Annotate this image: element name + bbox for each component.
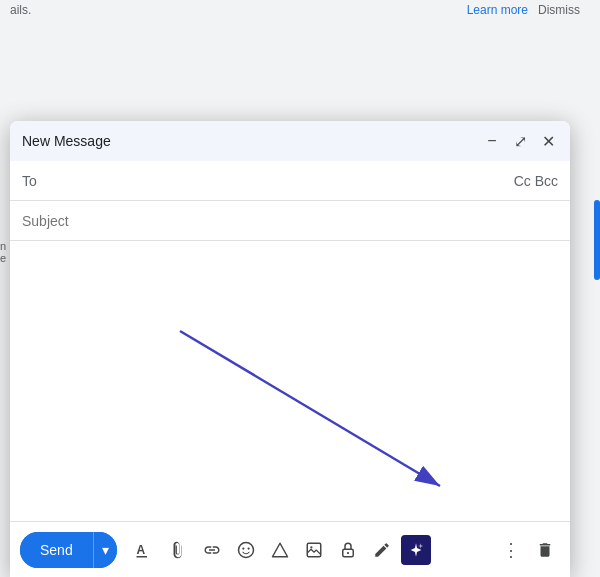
photo-icon — [305, 541, 323, 559]
pencil-button[interactable] — [367, 535, 397, 565]
dismiss-button[interactable]: Dismiss — [538, 3, 580, 17]
subject-input[interactable] — [22, 213, 558, 229]
side-clipped-text: ne — [0, 240, 6, 264]
compose-body[interactable] — [10, 241, 570, 521]
emoji-button[interactable] — [231, 535, 261, 565]
svg-marker-7 — [272, 543, 287, 557]
svg-text:A: A — [136, 542, 145, 556]
link-icon — [203, 541, 221, 559]
scrollbar-thumb — [594, 200, 600, 280]
trash-icon — [536, 541, 554, 559]
emoji-icon — [237, 541, 255, 559]
more-icon: ⋮ — [502, 539, 520, 561]
lock-icon — [339, 541, 357, 559]
link-button[interactable] — [197, 535, 227, 565]
attach-button[interactable] — [163, 535, 193, 565]
cc-bcc-button[interactable]: Cc Bcc — [514, 173, 558, 189]
pencil-icon — [373, 541, 391, 559]
more-options-button[interactable]: ⋮ — [496, 535, 526, 565]
banner-text: ails. — [10, 3, 31, 17]
arrow-annotation — [130, 301, 470, 521]
ai-button[interactable] — [401, 535, 431, 565]
lock-button[interactable] — [333, 535, 363, 565]
svg-point-9 — [310, 546, 312, 548]
send-button-group: Send ▾ — [20, 532, 117, 568]
compose-header: New Message − ⤢ ✕ — [10, 121, 570, 161]
send-dropdown-icon: ▾ — [102, 542, 109, 558]
compose-toolbar: Send ▾ A — [10, 521, 570, 577]
svg-point-11 — [347, 551, 349, 553]
expand-icon[interactable]: ⤢ — [510, 131, 530, 151]
learn-more-link[interactable]: Learn more — [467, 3, 528, 17]
svg-rect-8 — [307, 543, 321, 557]
subject-field-row — [10, 201, 570, 241]
svg-point-6 — [247, 547, 249, 549]
discard-button[interactable] — [530, 535, 560, 565]
close-icon[interactable]: ✕ — [538, 131, 558, 151]
drive-icon — [271, 541, 289, 559]
svg-line-1 — [180, 331, 440, 486]
header-icons: − ⤢ ✕ — [482, 131, 558, 151]
to-field-row: To Cc Bcc — [10, 161, 570, 201]
banner-bar: ails. Learn more Dismiss — [0, 0, 600, 20]
svg-point-5 — [242, 547, 244, 549]
drive-button[interactable] — [265, 535, 295, 565]
minimize-icon[interactable]: − — [482, 131, 502, 151]
send-button[interactable]: Send — [20, 532, 93, 568]
svg-point-4 — [238, 542, 253, 557]
scrollbar[interactable] — [592, 0, 600, 577]
compose-window: New Message − ⤢ ✕ To Cc Bcc Send — [10, 121, 570, 577]
to-label: To — [22, 173, 52, 189]
to-input[interactable] — [52, 173, 514, 189]
send-dropdown-button[interactable]: ▾ — [93, 532, 117, 568]
photo-button[interactable] — [299, 535, 329, 565]
ai-sparkle-icon — [408, 542, 424, 558]
attach-icon — [169, 541, 187, 559]
format-text-button[interactable]: A — [129, 535, 159, 565]
compose-title: New Message — [22, 133, 482, 149]
format-text-icon: A — [135, 541, 153, 559]
